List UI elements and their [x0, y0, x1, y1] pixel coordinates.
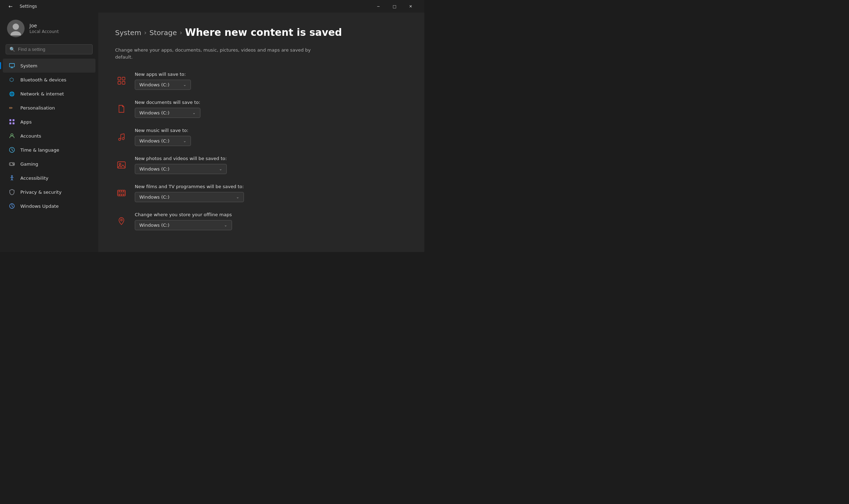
breadcrumb-sep-2: › [180, 29, 182, 36]
update-icon [8, 203, 15, 210]
setting-dropdown-films[interactable]: Windows (C:) ⌄ [135, 192, 244, 202]
close-button[interactable]: ✕ [403, 0, 419, 13]
chevron-apps: ⌄ [183, 82, 186, 87]
sidebar-item-bluetooth[interactable]: ⬡ Bluetooth & devices [3, 73, 95, 87]
setting-label-photos: New photos and videos will be saved to: [135, 156, 227, 161]
setting-dropdown-documents[interactable]: Windows (C:) ⌄ [135, 108, 200, 118]
search-icon: 🔍 [9, 47, 15, 52]
sidebar-item-label-accounts: Accounts [20, 133, 41, 139]
sidebar-item-system[interactable]: System [3, 59, 95, 73]
setting-dropdown-photos[interactable]: Windows (C:) ⌄ [135, 164, 227, 174]
breadcrumb: System › Storage › Where new content is … [115, 27, 407, 38]
svg-point-20 [13, 164, 14, 165]
svg-text:🌐: 🌐 [9, 91, 15, 97]
sidebar-item-apps[interactable]: Apps [3, 115, 95, 129]
user-info: Joe Local Account [29, 23, 59, 34]
dropdown-value-documents: Windows (C:) [139, 110, 170, 115]
network-icon: 🌐 [8, 90, 15, 97]
chevron-photos: ⌄ [219, 167, 222, 171]
maximize-button[interactable]: □ [386, 0, 403, 13]
privacy-icon [8, 188, 15, 195]
svg-line-24 [11, 179, 12, 181]
titlebar-title: Settings [20, 4, 37, 9]
sidebar-item-label-apps: Apps [20, 119, 32, 125]
svg-line-15 [12, 150, 13, 151]
setting-dropdown-apps[interactable]: Windows (C:) ⌄ [135, 80, 191, 90]
svg-rect-10 [9, 122, 11, 124]
svg-text:✏: ✏ [9, 105, 13, 111]
svg-rect-11 [13, 122, 14, 124]
breadcrumb-sep-1: › [144, 29, 147, 36]
sidebar-item-privacy[interactable]: Privacy & security [3, 185, 95, 199]
settings-list: New apps will save to: Windows (C:) ⌄ Ne… [115, 72, 407, 230]
svg-point-21 [11, 175, 13, 177]
setting-label-apps: New apps will save to: [135, 72, 191, 77]
setting-row-photos: New photos and videos will be saved to: … [115, 156, 407, 174]
setting-content-apps: New apps will save to: Windows (C:) ⌄ [135, 72, 191, 90]
avatar [7, 20, 25, 37]
search-box[interactable]: 🔍 [6, 44, 93, 54]
svg-rect-9 [13, 119, 14, 121]
svg-rect-30 [122, 81, 125, 84]
setting-content-photos: New photos and videos will be saved to: … [135, 156, 227, 174]
setting-content-documents: New documents will save to: Windows (C:)… [135, 100, 200, 118]
films-icon [115, 187, 128, 199]
dropdown-value-music: Windows (C:) [139, 138, 170, 144]
setting-row-maps: Change where you store your offline maps… [115, 212, 407, 230]
sidebar-item-time[interactable]: Time & language [3, 143, 95, 157]
setting-label-documents: New documents will save to: [135, 100, 200, 105]
svg-rect-28 [122, 77, 125, 80]
bluetooth-icon: ⬡ [8, 76, 15, 83]
sidebar: Joe Local Account 🔍 System ⬡ Bluetooth &… [0, 13, 98, 252]
user-section[interactable]: Joe Local Account [0, 13, 98, 43]
setting-label-music: New music will save to: [135, 128, 191, 133]
chevron-films: ⌄ [236, 195, 239, 199]
setting-dropdown-maps[interactable]: Windows (C:) ⌄ [135, 220, 232, 230]
photos-icon [115, 159, 128, 171]
sidebar-item-accessibility[interactable]: Accessibility [3, 171, 95, 185]
back-icon: ← [8, 4, 13, 9]
minimize-button[interactable]: ─ [370, 0, 386, 13]
svg-point-1 [11, 31, 21, 35]
maximize-icon: □ [393, 4, 396, 9]
setting-row-apps: New apps will save to: Windows (C:) ⌄ [115, 72, 407, 90]
breadcrumb-storage[interactable]: Storage [150, 28, 177, 37]
system-icon [8, 62, 15, 69]
sidebar-item-label-accessibility: Accessibility [20, 175, 48, 181]
setting-row-films: New films and TV programmes will be save… [115, 184, 407, 202]
svg-point-0 [13, 24, 19, 30]
svg-line-35 [121, 134, 124, 134]
sidebar-item-label-update: Windows Update [20, 204, 59, 209]
apps-icon [8, 118, 15, 125]
close-icon: ✕ [409, 4, 412, 9]
user-name: Joe [29, 23, 59, 28]
sidebar-item-network[interactable]: 🌐 Network & internet [3, 87, 95, 101]
svg-rect-27 [118, 77, 121, 80]
setting-label-films: New films and TV programmes will be save… [135, 184, 244, 189]
setting-content-maps: Change where you store your offline maps… [135, 212, 232, 230]
sidebar-item-label-privacy: Privacy & security [20, 190, 61, 195]
time-icon [8, 146, 15, 153]
maps-icon [115, 215, 128, 227]
svg-point-37 [119, 164, 121, 165]
setting-dropdown-music[interactable]: Windows (C:) ⌄ [135, 136, 191, 146]
minimize-icon: ─ [377, 4, 380, 9]
svg-rect-29 [118, 81, 121, 84]
dropdown-value-films: Windows (C:) [139, 194, 170, 200]
sidebar-item-label-time: Time & language [20, 147, 59, 153]
chevron-maps: ⌄ [224, 223, 227, 227]
sidebar-item-gaming[interactable]: Gaming [3, 157, 95, 171]
app-body: Joe Local Account 🔍 System ⬡ Bluetooth &… [0, 13, 424, 252]
search-input[interactable] [18, 47, 89, 52]
user-type: Local Account [29, 29, 59, 34]
sidebar-item-accounts[interactable]: Accounts [3, 129, 95, 143]
svg-line-25 [12, 179, 13, 181]
accessibility-icon [8, 174, 15, 181]
back-button[interactable]: ← [6, 1, 15, 11]
sidebar-item-update[interactable]: Windows Update [3, 199, 95, 213]
svg-rect-8 [9, 119, 11, 121]
sidebar-item-personalisation[interactable]: ✏ Personalisation [3, 101, 95, 115]
breadcrumb-system[interactable]: System [115, 28, 141, 37]
svg-rect-36 [118, 162, 125, 168]
sidebar-item-label-system: System [20, 63, 37, 68]
